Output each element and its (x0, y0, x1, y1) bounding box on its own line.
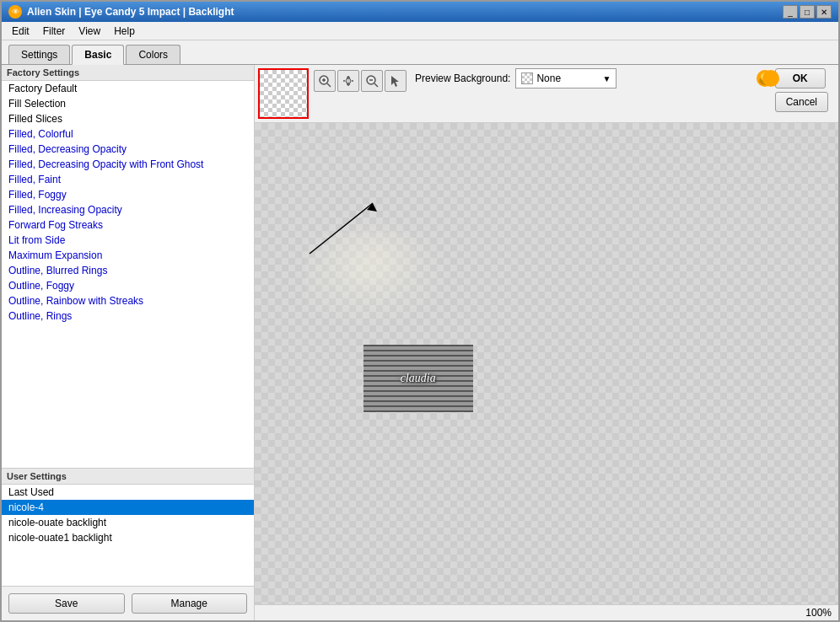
watermark-stripes: claudia (363, 345, 473, 412)
claudia-watermark: claudia (363, 345, 473, 412)
save-button[interactable]: Save (8, 593, 125, 614)
svg-line-6 (374, 83, 378, 87)
cancel-button[interactable]: Cancel (775, 92, 828, 112)
menu-view[interactable]: View (72, 24, 107, 39)
preview-arrow (301, 195, 385, 265)
main-content: Factory Settings Factory Default Fill Se… (2, 65, 838, 620)
list-item[interactable]: Lit from Side (2, 233, 254, 248)
list-item-nicole-ouate1[interactable]: nicole-ouate1 backlight (2, 530, 254, 545)
user-settings-list[interactable]: Last Used nicole-4 nicole-ouate backligh… (2, 485, 254, 586)
list-item[interactable]: Fill Selection (2, 96, 254, 111)
menu-bar: Edit Filter View Help (2, 22, 838, 40)
preview-background-label: Preview Background: (415, 72, 510, 84)
list-item[interactable]: Outline, Foggy (2, 278, 254, 293)
preview-background-value: None (536, 72, 561, 84)
preview-background-control: Preview Background: None ▼ (415, 68, 617, 88)
menu-edit[interactable]: Edit (5, 24, 36, 39)
status-bar: 100% (255, 604, 838, 620)
tab-basic[interactable]: Basic (72, 45, 124, 65)
watermark-text: claudia (394, 368, 443, 389)
list-item[interactable]: Filled, Increasing Opacity (2, 202, 254, 217)
svg-line-1 (327, 83, 331, 87)
restore-button[interactable]: □ (800, 5, 815, 19)
preview-background-select[interactable]: None ▼ (515, 68, 617, 88)
user-settings-header: User Settings (2, 469, 254, 485)
list-item-nicole4[interactable]: nicole-4 (2, 500, 254, 515)
preview-area[interactable]: claudia (255, 123, 838, 604)
right-panel: Preview Background: None ▼ OK (255, 65, 838, 620)
bg-icon (521, 72, 533, 84)
list-item[interactable]: Outline, Blurred Rings (2, 263, 254, 278)
right-top: Preview Background: None ▼ OK (255, 65, 838, 123)
list-item[interactable]: Filled, Decreasing Opacity with Front Gh… (2, 157, 254, 172)
user-settings-section: User Settings Last Used nicole-4 nicole-… (2, 469, 254, 587)
tab-colors[interactable]: Colors (126, 45, 180, 64)
title-bar: 👁 Alien Skin | Eye Candy 5 Impact | Back… (2, 2, 838, 22)
close-button[interactable]: ✕ (816, 5, 832, 19)
menu-filter[interactable]: Filter (36, 24, 73, 39)
factory-settings-list[interactable]: Factory Default Fill Selection Filled Sl… (2, 81, 254, 468)
svg-point-4 (346, 78, 351, 83)
list-item[interactable]: Outline, Rainbow with Streaks (2, 293, 254, 308)
list-item[interactable]: Forward Fog Streaks (2, 217, 254, 233)
chevron-down-icon: ▼ (602, 74, 611, 83)
menu-help[interactable]: Help (107, 24, 142, 39)
factory-settings-section: Factory Settings Factory Default Fill Se… (2, 65, 254, 469)
zoom-fit-tool[interactable] (361, 70, 383, 92)
minimize-button[interactable]: _ (783, 5, 798, 19)
zoom-level: 100% (805, 607, 832, 619)
main-window: 👁 Alien Skin | Eye Candy 5 Impact | Back… (0, 0, 840, 622)
pan-tool[interactable] (337, 70, 359, 92)
list-item[interactable]: Factory Default (2, 81, 254, 96)
window-controls: _ □ ✕ (783, 5, 832, 19)
list-item[interactable]: Filled, Foggy (2, 187, 254, 202)
list-item[interactable]: Filled Slices (2, 111, 254, 126)
manage-button[interactable]: Manage (132, 593, 248, 614)
list-item[interactable]: Filled, Decreasing Opacity (2, 142, 254, 157)
svg-line-11 (310, 203, 373, 254)
factory-settings-header: Factory Settings (2, 65, 254, 81)
window-title: Alien Skin | Eye Candy 5 Impact | Backli… (27, 6, 234, 18)
bottom-buttons: Save Manage (2, 587, 254, 620)
list-item[interactable]: Filled, Colorful (2, 126, 254, 142)
ok-cancel-buttons: OK Cancel (775, 68, 828, 112)
app-icon: 👁 (8, 5, 22, 19)
preview-thumbnail (258, 68, 309, 119)
tab-bar: Settings Basic Colors (2, 40, 838, 65)
left-panel: Factory Settings Factory Default Fill Se… (2, 65, 255, 620)
list-item-nicole-ouate[interactable]: nicole-ouate backlight (2, 515, 254, 530)
list-item[interactable]: Filled, Faint (2, 172, 254, 187)
list-item-last-used[interactable]: Last Used (2, 485, 254, 500)
toolbar (312, 68, 408, 94)
zoom-in-tool[interactable] (314, 70, 336, 92)
pointer-tool[interactable] (385, 70, 407, 92)
ok-button[interactable]: OK (775, 68, 826, 88)
list-item[interactable]: Outline, Rings (2, 308, 254, 324)
tab-settings[interactable]: Settings (8, 45, 70, 64)
list-item[interactable]: Maximum Expansion (2, 248, 254, 263)
